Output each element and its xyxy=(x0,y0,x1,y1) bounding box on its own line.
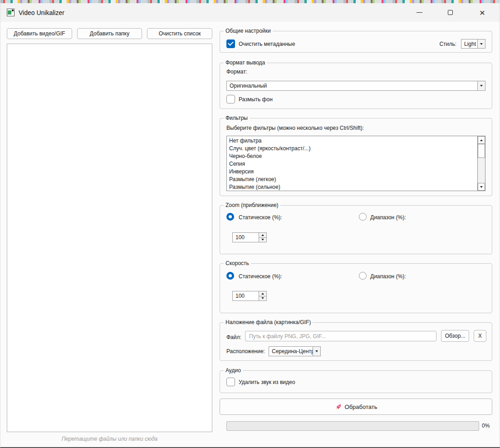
blur-background-label: Размыть фон xyxy=(239,96,273,103)
remove-audio-label: Удалить звук из видео xyxy=(239,379,295,385)
filters-listbox[interactable]: Нет фильтра Случ. цвет (яркость/контраст… xyxy=(226,136,485,191)
progress-percent: 0% xyxy=(482,423,490,429)
zoom-value-spinbox[interactable]: 100 xyxy=(232,232,267,242)
process-button[interactable]: Обработать xyxy=(220,399,492,415)
chevron-down-icon xyxy=(480,43,483,45)
app-window: Video Unikalizer × Добавить видео/GIF До… xyxy=(0,0,500,448)
arrow-down-icon xyxy=(261,297,264,299)
add-folder-button[interactable]: Добавить папку xyxy=(77,28,142,39)
window-title: Video Unikalizer xyxy=(19,9,64,16)
filter-option[interactable]: Нет фильтра xyxy=(229,137,477,145)
maximize-icon xyxy=(448,10,453,15)
scrollbar-thumb[interactable] xyxy=(478,144,485,158)
arrow-down-icon xyxy=(261,239,264,241)
spin-down-button[interactable] xyxy=(259,238,266,242)
filter-option[interactable]: Черно-белое xyxy=(229,153,477,160)
progress-bar xyxy=(226,421,479,431)
group-overlay-legend: Наложение файла (картинка/GIF) xyxy=(224,319,313,325)
style-select-value: Light xyxy=(461,39,477,48)
add-video-button[interactable]: Добавить видео/GIF xyxy=(7,28,72,39)
blur-background-checkbox[interactable] xyxy=(226,95,235,103)
arrow-up-icon xyxy=(261,293,264,295)
spin-down-button[interactable] xyxy=(259,296,266,301)
minimize-button[interactable] xyxy=(406,3,433,22)
filters-hint: Выберите фильтры (можно несколько через … xyxy=(226,125,364,131)
file-list-area[interactable] xyxy=(7,44,212,432)
group-audio: Аудио Удалить звук из видео xyxy=(220,370,492,393)
spin-up-button[interactable] xyxy=(259,233,266,238)
arrow-up-icon xyxy=(480,139,483,141)
overlay-position-arrow-button[interactable] xyxy=(313,347,320,356)
overlay-file-input[interactable] xyxy=(245,331,436,341)
arrow-down-icon xyxy=(480,186,483,188)
filter-option[interactable]: Сепия xyxy=(229,160,477,168)
format-select-value: Оригинальный xyxy=(227,81,477,90)
style-select[interactable]: Light xyxy=(461,39,485,49)
arrow-up-icon xyxy=(261,234,264,236)
speed-static-radio[interactable] xyxy=(226,272,234,280)
group-output-format-legend: Формат вывода xyxy=(224,59,267,66)
filter-option[interactable]: Случ. цвет (яркость/контраст/...) xyxy=(229,145,477,153)
group-zoom: Zoom (приближение) Статическое (%): Диап… xyxy=(220,205,492,254)
zoom-range-radio[interactable] xyxy=(359,213,367,221)
zoom-value[interactable]: 100 xyxy=(232,232,259,242)
style-select-arrow-button[interactable] xyxy=(477,39,485,48)
speed-range-radio[interactable] xyxy=(359,272,367,280)
group-general-legend: Общие настройки xyxy=(224,28,273,34)
titlebar[interactable]: Video Unikalizer × xyxy=(0,3,500,22)
group-filters: Фильтры Выберите фильтры (можно нескольк… xyxy=(220,118,492,196)
minimize-icon xyxy=(417,12,422,13)
group-output-format: Формат вывода Формат: Оригинальный Размы… xyxy=(220,63,492,109)
filters-items: Нет фильтра Случ. цвет (яркость/контраст… xyxy=(227,136,477,191)
filter-option[interactable]: Размытие (сильное) xyxy=(229,183,477,191)
overlay-position-value: Середина-Центр xyxy=(269,347,313,356)
file-toolbar: Добавить видео/GIF Добавить папку Очисти… xyxy=(7,28,212,39)
clean-metadata-checkbox[interactable] xyxy=(226,39,235,48)
desktop-wallpaper-strip xyxy=(0,0,500,3)
group-audio-legend: Аудио xyxy=(224,367,243,374)
overlay-position-label: Расположение: xyxy=(226,348,265,354)
style-label: Стиль: xyxy=(440,41,456,47)
spin-buttons xyxy=(259,232,267,242)
process-button-label: Обработать xyxy=(345,404,377,410)
group-speed-legend: Скорость xyxy=(224,260,251,266)
group-general-settings: Общие настройки Очистить метаданные Стил… xyxy=(220,31,492,53)
maximize-button[interactable] xyxy=(436,3,464,22)
overlay-position-select[interactable]: Середина-Центр xyxy=(269,346,321,356)
format-label: Формат: xyxy=(226,69,247,75)
close-button[interactable]: × xyxy=(469,3,496,22)
speed-static-label: Статическое (%): xyxy=(239,273,282,280)
group-overlay: Наложение файла (картинка/GIF) Файл: Обз… xyxy=(220,322,492,361)
filter-option[interactable]: Размытие (легкое) xyxy=(229,176,477,183)
speed-range-label: Диапазон (%): xyxy=(370,273,406,280)
overlay-clear-button[interactable]: X xyxy=(474,330,486,342)
close-icon: × xyxy=(480,8,485,17)
spin-buttons xyxy=(259,291,267,301)
format-select-arrow-button[interactable] xyxy=(477,81,485,90)
chevron-down-icon xyxy=(315,350,318,352)
zoom-range-label: Диапазон (%): xyxy=(370,214,406,221)
scrollbar-down-button[interactable] xyxy=(478,183,485,191)
filters-scrollbar-track[interactable] xyxy=(477,136,485,191)
scrollbar-up-button[interactable] xyxy=(478,136,485,144)
group-filters-legend: Фильтры xyxy=(224,115,250,121)
clear-list-button[interactable]: Очистить список xyxy=(147,28,212,39)
format-select[interactable]: Оригинальный xyxy=(226,81,485,91)
zoom-static-radio[interactable] xyxy=(226,213,234,221)
filter-option[interactable]: Инверсия xyxy=(229,168,477,176)
speed-value-spinbox[interactable]: 100 xyxy=(232,291,267,301)
overlay-browse-button[interactable]: Обзор... xyxy=(441,330,469,342)
spin-up-button[interactable] xyxy=(259,291,266,296)
clean-metadata-label: Очистить метаданные xyxy=(239,41,295,47)
group-speed: Скорость Статическое (%): Диапазон (%): … xyxy=(220,263,492,313)
zoom-static-label: Статическое (%): xyxy=(239,214,282,221)
overlay-file-label: Файл: xyxy=(226,334,241,340)
remove-audio-checkbox[interactable] xyxy=(226,378,235,386)
speed-value[interactable]: 100 xyxy=(232,291,259,301)
app-icon xyxy=(7,9,15,16)
chevron-down-icon xyxy=(480,85,483,87)
drop-hint: Перетащите файлы или папки сюда xyxy=(7,436,212,442)
rocket-icon xyxy=(335,404,342,410)
group-zoom-legend: Zoom (приближение) xyxy=(224,202,280,208)
